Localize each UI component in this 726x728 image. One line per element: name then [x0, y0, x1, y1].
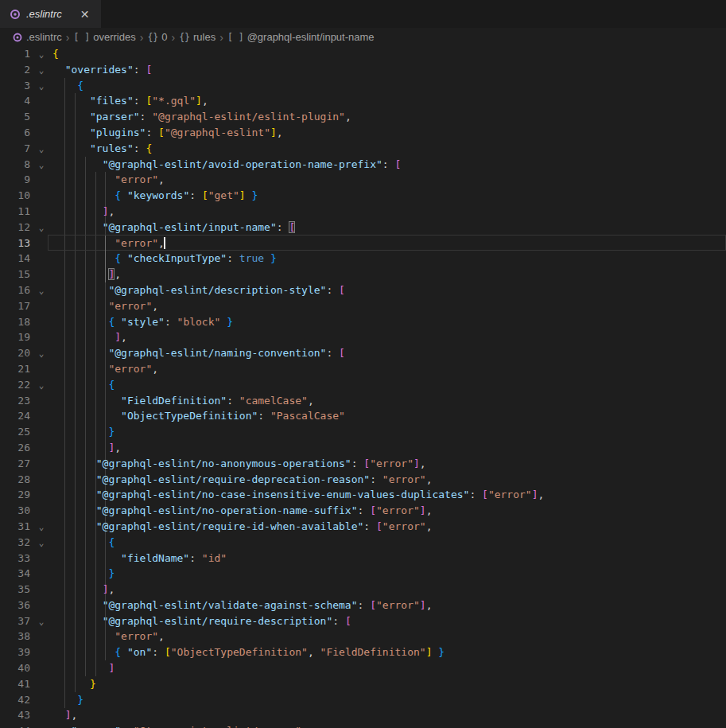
breadcrumb-item-0[interactable]: {}0	[147, 31, 167, 43]
code-line-2[interactable]: 2⌄ "overrides": [	[0, 62, 726, 78]
code-line-8[interactable]: 8⌄ "@graphql-eslint/avoid-operation-name…	[0, 157, 726, 173]
code-line-16[interactable]: 16⌄ "@graphql-eslint/description-style":…	[0, 282, 726, 298]
fold-spacer	[30, 566, 52, 582]
code-line-10[interactable]: 10 { "keywords": ["get"] }	[0, 188, 726, 204]
code-line-1[interactable]: 1⌄{	[0, 46, 726, 62]
code-line-36[interactable]: 36 "@graphql-eslint/validate-against-sch…	[0, 598, 726, 613]
code-line-33[interactable]: 33 "fieldName": "id"	[0, 551, 726, 566]
code-text: }	[52, 566, 726, 582]
token	[220, 316, 227, 328]
token	[52, 347, 108, 359]
close-icon[interactable]: ✕	[77, 7, 93, 21]
breadcrumb-item-file[interactable]: .eslintrc	[26, 31, 62, 43]
code-line-11[interactable]: 11 ],	[0, 204, 726, 220]
code-line-28[interactable]: 28 "@graphql-eslint/require-deprecation-…	[0, 472, 726, 488]
fold-chevron-icon[interactable]: ⌄	[30, 519, 52, 535]
fold-chevron-icon[interactable]: ⌄	[30, 141, 52, 157]
token: }	[108, 426, 115, 438]
token: "error"	[108, 363, 152, 375]
code-line-25[interactable]: 25 }	[0, 424, 726, 440]
code-line-44[interactable]: 44 "parser": "@typescript-eslint/parser"	[0, 723, 726, 728]
token: ]	[108, 662, 115, 674]
token: "error"	[115, 630, 158, 642]
code-line-12[interactable]: 12⌄ "@graphql-eslint/input-name": [	[0, 220, 726, 236]
fold-chevron-icon[interactable]: ⌄	[30, 157, 52, 173]
line-number: 31	[0, 519, 30, 535]
breadcrumb-separator: ›	[170, 31, 176, 44]
fold-spacer	[30, 723, 52, 728]
fold-chevron-icon[interactable]: ⌄	[30, 377, 52, 393]
token	[52, 395, 121, 407]
token: {	[115, 646, 121, 658]
breadcrumb-item-overrides[interactable]: [ ]overrides	[73, 31, 135, 43]
line-number: 37	[0, 613, 30, 629]
line-number: 3	[0, 78, 30, 94]
code-line-26[interactable]: 26 ],	[0, 440, 726, 456]
code-line-34[interactable]: 34 }	[0, 566, 726, 582]
code-line-6[interactable]: 6 "plugins": ["@graphql-eslint"],	[0, 125, 726, 141]
fold-chevron-icon[interactable]: ⌄	[30, 613, 52, 629]
code-line-20[interactable]: 20⌄ "@graphql-eslint/naming-convention":…	[0, 345, 726, 361]
code-line-13[interactable]: 13 "error",	[0, 236, 726, 251]
token	[52, 410, 121, 422]
code-editor[interactable]: 1⌄{2⌄ "overrides": [3⌄ {4 "files": ["*.g…	[0, 46, 726, 728]
code-line-18[interactable]: 18 { "style": "block" }	[0, 314, 726, 330]
breadcrumb-separator: ›	[65, 31, 71, 44]
code-line-39[interactable]: 39 { "on": ["ObjectTypeDefinition", "Fie…	[0, 644, 726, 660]
code-line-3[interactable]: 3⌄ {	[0, 78, 726, 94]
fold-chevron-icon[interactable]: ⌄	[30, 535, 52, 551]
code-line-19[interactable]: 19 ],	[0, 329, 726, 345]
token: ]	[413, 457, 420, 469]
code-line-5[interactable]: 5 "parser": "@graphql-eslint/eslint-plug…	[0, 109, 726, 125]
token: :	[189, 552, 202, 564]
fold-chevron-icon[interactable]: ⌄	[30, 220, 52, 236]
token	[52, 473, 96, 485]
code-line-21[interactable]: 21 "error",	[0, 361, 726, 377]
code-line-9[interactable]: 9 "error",	[0, 172, 726, 188]
code-line-43[interactable]: 43 ],	[0, 707, 726, 723]
code-line-24[interactable]: 24 "ObjectTypeDefinition": "PascalCase"	[0, 408, 726, 424]
fold-chevron-icon[interactable]: ⌄	[30, 345, 52, 361]
breadcrumb-item-label: 0	[161, 31, 167, 43]
code-line-42[interactable]: 42 }	[0, 692, 726, 708]
token	[52, 709, 65, 721]
fold-chevron-icon[interactable]: ⌄	[30, 62, 52, 78]
token: ]	[239, 189, 246, 201]
token	[52, 646, 115, 658]
code-line-31[interactable]: 31⌄ "@graphql-eslint/require-id-when-ava…	[0, 519, 726, 535]
token: "@graphql-eslint/validate-against-schema…	[103, 599, 358, 611]
code-line-29[interactable]: 29 "@graphql-eslint/no-case-insensitive-…	[0, 487, 726, 503]
code-line-37[interactable]: 37⌄ "@graphql-eslint/require-description…	[0, 613, 726, 629]
code-line-14[interactable]: 14 { "checkInputType": true }	[0, 251, 726, 267]
fold-chevron-icon[interactable]: ⌄	[30, 282, 52, 298]
code-line-27[interactable]: 27 "@graphql-eslint/no-anonymous-operati…	[0, 456, 726, 472]
token	[52, 426, 108, 438]
code-line-17[interactable]: 17 "error",	[0, 298, 726, 314]
code-line-4[interactable]: 4 "files": ["*.gql"],	[0, 93, 726, 109]
fold-chevron-icon[interactable]: ⌄	[30, 46, 52, 62]
breadcrumb-item--graphql-eslint-input-name[interactable]: [ ]@graphql-eslint/input-name	[227, 31, 375, 43]
line-number: 41	[0, 676, 30, 692]
fold-spacer	[30, 393, 52, 409]
fold-spacer	[30, 598, 52, 613]
token: ,	[108, 205, 115, 217]
code-line-30[interactable]: 30 "@graphql-eslint/no-operation-name-su…	[0, 503, 726, 519]
breadcrumb-item-rules[interactable]: {}rules	[179, 31, 215, 43]
token: ,	[420, 457, 426, 469]
code-line-23[interactable]: 23 "FieldDefinition": "camelCase",	[0, 393, 726, 409]
code-line-32[interactable]: 32⌄ {	[0, 535, 726, 551]
token: ,	[152, 363, 158, 375]
code-line-35[interactable]: 35 ],	[0, 582, 726, 598]
fold-chevron-icon[interactable]: ⌄	[30, 78, 52, 94]
code-line-41[interactable]: 41 }	[0, 676, 726, 692]
code-line-38[interactable]: 38 "error",	[0, 629, 726, 644]
code-line-15[interactable]: 15 ],	[0, 267, 726, 282]
tab-eslintrc[interactable]: .eslintrc ✕	[0, 0, 101, 28]
code-line-40[interactable]: 40 ]	[0, 660, 726, 676]
token: "@typescript-eslint/parser"	[134, 725, 301, 728]
line-number: 25	[0, 424, 30, 440]
code-text: }	[52, 692, 726, 708]
code-line-7[interactable]: 7⌄ "rules": {	[0, 141, 726, 157]
code-line-22[interactable]: 22⌄ {	[0, 377, 726, 393]
token: ]	[115, 331, 121, 343]
